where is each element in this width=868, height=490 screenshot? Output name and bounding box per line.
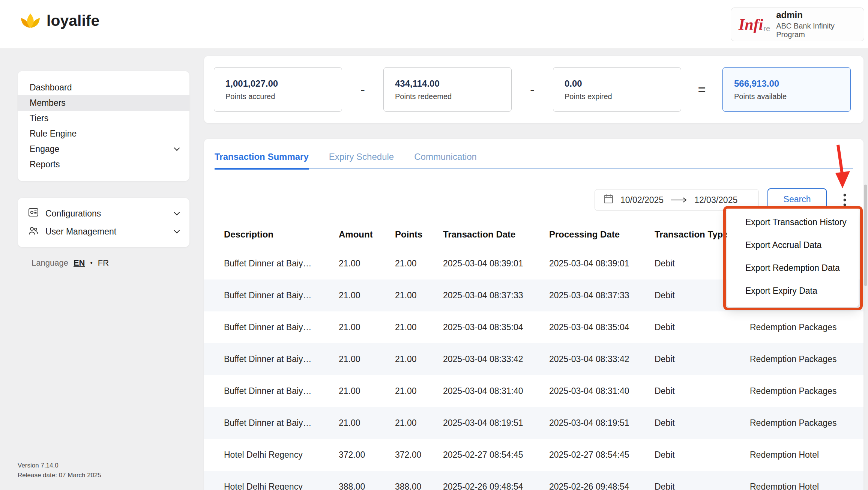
stat-value: 0.00 bbox=[565, 78, 681, 89]
language-option-en[interactable]: EN bbox=[74, 258, 85, 268]
sidebar-item-label: Rule Engine bbox=[30, 129, 77, 139]
column-header-points: Points bbox=[395, 229, 443, 240]
sidebar-item-label: Configurations bbox=[45, 209, 101, 219]
tab-communication[interactable]: Communication bbox=[414, 152, 477, 168]
calendar-icon bbox=[603, 194, 614, 206]
scrollbar[interactable] bbox=[864, 185, 867, 286]
sidebar-item-tiers[interactable]: Tiers bbox=[18, 111, 189, 126]
sidebar-item-label: Engage bbox=[30, 144, 59, 154]
table-row[interactable]: Buffet Dinner at Baiy…21.0021.002025-03-… bbox=[204, 343, 863, 375]
sidebar-item-reports[interactable]: Reports bbox=[18, 157, 189, 172]
stat-label: Points available bbox=[734, 92, 850, 101]
sidebar-item-label: User Management bbox=[45, 227, 116, 237]
table-row[interactable]: Hotel Delhi Regency388.00388.002025-02-2… bbox=[204, 471, 863, 490]
table-cell: Redemption Packages bbox=[750, 322, 863, 332]
table-cell: 21.00 bbox=[395, 386, 443, 396]
table-cell: 388.00 bbox=[339, 482, 395, 490]
table-cell: 2025-03-04 08:39:01 bbox=[443, 259, 549, 269]
table-cell: 372.00 bbox=[395, 450, 443, 460]
transactions-card: Transaction SummaryExpiry ScheduleCommun… bbox=[204, 139, 863, 490]
stat-box-1: 1,001,027.00Points accured bbox=[214, 67, 342, 112]
chevron-down-icon bbox=[174, 209, 180, 215]
chevron-down-icon bbox=[174, 145, 180, 151]
table-cell: Debit bbox=[655, 386, 750, 396]
stat-operator: - bbox=[512, 82, 553, 98]
sidebar-item-user-management[interactable]: User Management bbox=[18, 222, 189, 240]
table-cell: Redemption Packages bbox=[750, 354, 863, 364]
release-date: Release date: 07 March 2025 bbox=[18, 470, 101, 480]
table-cell: Debit bbox=[655, 322, 750, 332]
stat-box-3: 0.00Points expired bbox=[553, 67, 681, 112]
export-dropdown-menu: Export Transaction HistoryExport Accrual… bbox=[727, 209, 859, 307]
stat-value: 434,114.00 bbox=[395, 78, 511, 89]
table-row[interactable]: Hotel Delhi Regency372.00372.002025-02-2… bbox=[204, 439, 863, 471]
account-name: admin bbox=[776, 10, 856, 20]
stat-label: Points accured bbox=[225, 92, 342, 101]
sidebar-item-rule-engine[interactable]: Rule Engine bbox=[18, 126, 189, 141]
menu-item-export-expiry-data[interactable]: Export Expiry Data bbox=[727, 280, 859, 302]
version-info: Version 7.14.0 Release date: 07 March 20… bbox=[18, 461, 101, 481]
stat-operator: - bbox=[342, 82, 383, 98]
stat-value: 1,001,027.00 bbox=[225, 78, 342, 89]
table-cell: 21.00 bbox=[339, 322, 395, 332]
app-header: loyalife Infire admin ABC Bank Infinity … bbox=[0, 0, 868, 49]
points-summary-card: 1,001,027.00Points accured-434,114.00Poi… bbox=[204, 56, 863, 123]
kebab-menu-icon[interactable] bbox=[837, 190, 852, 210]
table-cell: 2025-03-04 08:35:04 bbox=[549, 322, 655, 332]
table-cell: Buffet Dinner at Baiy… bbox=[224, 354, 339, 364]
table-cell: Debit bbox=[655, 418, 750, 428]
date-range-picker[interactable]: 10/02/2025 12/03/2025 bbox=[595, 189, 759, 211]
stat-box-2: 434,114.00Points redeemed bbox=[383, 67, 512, 112]
chevron-down-icon bbox=[174, 227, 180, 233]
language-label: Language bbox=[32, 258, 68, 268]
table-cell: Redemption Packages bbox=[750, 418, 863, 428]
table-row[interactable]: Buffet Dinner at Baiy…21.0021.002025-03-… bbox=[204, 375, 863, 407]
sidebar-item-label: Members bbox=[30, 98, 66, 108]
table-cell: 2025-02-27 08:54:45 bbox=[549, 450, 655, 460]
sidebar-item-members[interactable]: Members bbox=[18, 95, 189, 111]
table-cell: 2025-03-04 08:31:40 bbox=[549, 386, 655, 396]
table-row[interactable]: Buffet Dinner at Baiy…21.0021.002025-03-… bbox=[204, 311, 863, 343]
sidebar-item-label: Dashboard bbox=[30, 83, 72, 93]
table-cell: 2025-02-27 08:54:45 bbox=[443, 450, 549, 460]
table-cell: 21.00 bbox=[395, 290, 443, 301]
table-cell: Redemption Packages bbox=[750, 386, 863, 396]
table-cell: 2025-03-04 08:31:40 bbox=[443, 386, 549, 396]
table-cell: 388.00 bbox=[395, 482, 443, 490]
menu-item-export-accrual-data[interactable]: Export Accrual Data bbox=[727, 234, 859, 257]
table-cell: 21.00 bbox=[395, 418, 443, 428]
program-logo: Infire bbox=[739, 17, 770, 32]
language-switcher: Language EN • FR bbox=[32, 258, 109, 268]
sidebar-item-engage[interactable]: Engage bbox=[18, 141, 189, 157]
table-cell: Hotel Delhi Regency bbox=[224, 450, 339, 460]
date-from[interactable]: 10/02/2025 bbox=[620, 195, 664, 205]
language-option-fr[interactable]: FR bbox=[98, 258, 109, 268]
sidebar-item-configurations[interactable]: Configurations bbox=[18, 204, 189, 222]
table-cell: 21.00 bbox=[395, 354, 443, 364]
date-to[interactable]: 12/03/2025 bbox=[694, 195, 737, 205]
stat-box-4: 566,913.00Points available bbox=[722, 67, 851, 112]
search-button[interactable]: Search bbox=[767, 188, 827, 210]
menu-item-export-transaction-history[interactable]: Export Transaction History bbox=[727, 211, 859, 234]
table-cell: 21.00 bbox=[339, 418, 395, 428]
version-number: Version 7.14.0 bbox=[18, 461, 101, 470]
account-card[interactable]: Infire admin ABC Bank Infinity Program bbox=[731, 8, 864, 41]
sidebar-item-dashboard[interactable]: Dashboard bbox=[18, 80, 189, 95]
brand-name: loyalife bbox=[47, 12, 99, 30]
column-header-description: Description bbox=[224, 229, 339, 240]
menu-item-export-redemption-data[interactable]: Export Redemption Data bbox=[727, 257, 859, 280]
table-cell: 2025-03-04 08:35:04 bbox=[443, 322, 549, 332]
account-program: ABC Bank Infinity Program bbox=[776, 22, 856, 39]
tab-expiry-schedule[interactable]: Expiry Schedule bbox=[329, 152, 394, 168]
stat-value: 566,913.00 bbox=[734, 78, 850, 89]
table-row[interactable]: Buffet Dinner at Baiy…21.0021.002025-03-… bbox=[204, 407, 863, 439]
table-cell: Buffet Dinner at Baiy… bbox=[224, 322, 339, 332]
tab-transaction-summary[interactable]: Transaction Summary bbox=[215, 152, 309, 170]
language-separator: • bbox=[90, 259, 92, 267]
configurations-icon bbox=[28, 207, 39, 220]
table-cell: 2025-03-04 08:37:33 bbox=[549, 290, 655, 301]
sidebar-secondary-menu: ConfigurationsUser Management bbox=[18, 198, 189, 247]
lotus-icon bbox=[20, 11, 41, 30]
table-cell: Redemption Hotel bbox=[750, 482, 863, 490]
stat-operator: = bbox=[681, 82, 722, 98]
